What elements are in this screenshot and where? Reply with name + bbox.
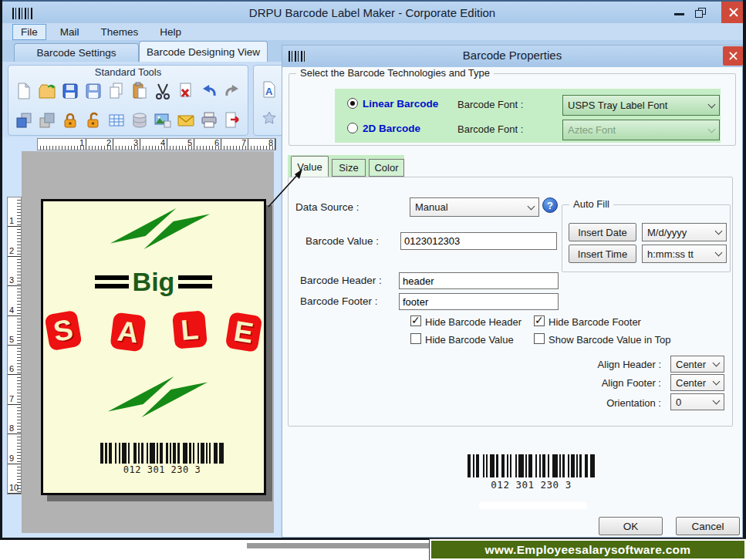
redo-icon[interactable] <box>221 80 243 102</box>
panel-header[interactable]: Barcode Properties <box>282 46 742 67</box>
grid-icon[interactable] <box>106 110 127 131</box>
lock-icon[interactable] <box>59 110 81 131</box>
insert-time-button[interactable]: Insert Time <box>569 245 636 263</box>
2d-font-dropdown: Aztec Font <box>562 120 720 140</box>
close-icon <box>729 8 738 17</box>
v-ruler-4: 4 <box>8 286 21 315</box>
date-format-dropdown[interactable]: M/d/yyyy <box>642 223 727 241</box>
paste-icon[interactable] <box>129 80 150 102</box>
ok-button[interactable]: OK <box>599 517 663 535</box>
orientation-dropdown[interactable]: 0 <box>670 393 724 410</box>
data-source-dropdown[interactable]: Manual <box>410 197 539 217</box>
barcode-header-input[interactable] <box>399 272 559 289</box>
barcode-value-input[interactable] <box>400 232 557 250</box>
undo-icon[interactable] <box>198 80 220 102</box>
time-format-dropdown[interactable]: h:mm:ss tt <box>642 245 727 263</box>
design-canvas: 1 2 3 4 5 6 7 8 Big <box>2 137 280 538</box>
save-as-icon[interactable] <box>83 80 104 102</box>
h-ruler-7: 7 <box>221 139 248 150</box>
minimize-button[interactable] <box>674 13 684 15</box>
2d-barcode-radio[interactable] <box>347 123 358 133</box>
sale-text-row[interactable]: S A L E <box>43 308 264 356</box>
linear-barcode-radio[interactable] <box>347 98 358 109</box>
cancel-button[interactable]: Cancel <box>676 517 740 535</box>
font-tool-icon[interactable]: A <box>258 79 280 100</box>
copy-icon[interactable] <box>106 80 127 102</box>
sale-letter-a[interactable]: A <box>110 312 146 353</box>
hide-barcode-header-label[interactable]: Hide Barcode Header <box>425 316 522 328</box>
selection-highlight <box>479 502 587 509</box>
send-to-back-icon[interactable] <box>36 110 58 131</box>
menu-help[interactable]: Help <box>152 25 189 39</box>
bring-to-front-icon[interactable] <box>13 110 35 131</box>
menubar: File Mail Themes Help <box>2 23 743 40</box>
2d-barcode-label[interactable]: 2D Barcode <box>363 123 420 134</box>
align-header-dropdown[interactable]: Center <box>670 356 724 373</box>
barcode-label-design[interactable]: Big S A L E 012 301 23 <box>41 199 266 495</box>
tab-size[interactable]: Size <box>332 159 366 177</box>
auto-fill-title: Auto Fill <box>569 198 613 210</box>
sale-letter-l[interactable]: L <box>172 310 208 349</box>
align-header-value: Center <box>676 359 706 370</box>
v-ruler-1: 1 <box>8 197 21 227</box>
close-button[interactable] <box>721 2 745 23</box>
shapes-tool-icon[interactable] <box>258 108 280 130</box>
big-text-row[interactable]: Big <box>43 268 264 295</box>
insert-date-button[interactable]: Insert Date <box>569 223 636 241</box>
barcode-footer-input[interactable] <box>399 293 559 310</box>
database-icon[interactable] <box>129 110 150 131</box>
unlock-icon[interactable] <box>83 110 104 131</box>
document-page[interactable]: Big S A L E 012 301 23 <box>22 151 274 533</box>
v-ruler-7: 7 <box>8 375 21 404</box>
show-barcode-value-top-checkbox[interactable] <box>534 333 545 344</box>
sale-letter-s[interactable]: S <box>44 310 83 352</box>
cut-icon[interactable] <box>152 80 174 102</box>
h-ruler-6: 6 <box>194 139 221 150</box>
tab-barcode-designing-view[interactable]: Barcode Designing View <box>139 41 268 62</box>
menu-themes[interactable]: Themes <box>93 25 147 39</box>
hide-barcode-value-label[interactable]: Hide Barcode Value <box>425 334 514 346</box>
align-footer-value: Center <box>676 377 706 389</box>
window-title: DRPU Barcode Label Maker - Corporate Edi… <box>2 6 743 19</box>
barcode-footer-label: Barcode Footer : <box>300 295 378 307</box>
open-folder-icon[interactable] <box>36 80 58 102</box>
hide-barcode-footer-checkbox[interactable] <box>534 315 545 326</box>
lightning-bolt-top[interactable] <box>108 207 212 251</box>
big-text[interactable]: Big <box>133 270 175 293</box>
panel-title: Barcode Properties <box>282 49 742 62</box>
align-footer-dropdown[interactable]: Center <box>670 374 724 391</box>
standard-tools-title: Standard Tools <box>8 66 248 78</box>
hide-barcode-header-checkbox[interactable] <box>410 315 421 326</box>
hide-barcode-value-checkbox[interactable] <box>410 333 421 344</box>
save-icon[interactable] <box>59 80 81 102</box>
exit-icon[interactable] <box>221 110 243 131</box>
sale-letter-e[interactable]: E <box>225 312 263 353</box>
print-icon[interactable] <box>198 110 220 131</box>
menu-file[interactable]: File <box>12 24 46 40</box>
vertical-ruler: 1 2 3 4 5 6 7 8 9 10 <box>7 197 22 494</box>
barcode-type-group-title: Select the Barcode Technologies and Type <box>296 67 494 79</box>
tab-barcode-settings[interactable]: Barcode Settings <box>14 43 139 62</box>
delete-icon[interactable] <box>175 80 197 102</box>
linear-font-dropdown[interactable]: USPS Tray Label Font <box>562 95 720 116</box>
linear-barcode-label[interactable]: Linear Barcode <box>363 98 438 110</box>
v-ruler-8: 8 <box>8 405 21 434</box>
menu-mail[interactable]: Mail <box>52 25 87 39</box>
time-format-value: h:mm:ss tt <box>647 248 694 260</box>
hide-barcode-footer-label[interactable]: Hide Barcode Footer <box>549 316 641 328</box>
chevron-down-icon <box>708 100 716 108</box>
show-barcode-value-top-label[interactable]: Show Barcode Value in Top <box>549 334 671 346</box>
tab-color[interactable]: Color <box>369 159 404 177</box>
export-image-icon[interactable] <box>152 110 174 131</box>
email-icon[interactable] <box>175 110 197 131</box>
new-file-icon[interactable] <box>13 80 35 102</box>
h-ruler-3: 3 <box>113 139 140 150</box>
panel-close-button[interactable] <box>723 46 743 66</box>
label-barcode-bars <box>100 443 224 464</box>
annotation-arrow <box>262 162 309 211</box>
restore-button[interactable] <box>695 8 706 18</box>
help-button[interactable]: ? <box>542 197 558 213</box>
lightning-bolt-bottom[interactable] <box>105 375 211 419</box>
align-footer-label: Align Footer : <box>596 377 661 389</box>
label-barcode[interactable]: 012 301 230 3 <box>100 443 224 475</box>
